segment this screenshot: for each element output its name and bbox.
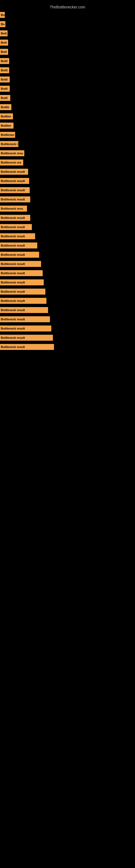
bar-label: Bottleneck res — [0, 159, 23, 165]
bar-row: Bottlenec — [0, 130, 135, 140]
bar-row: Bottleneck resu — [0, 149, 135, 158]
bar-label: Bottl — [0, 58, 9, 64]
bar-label: Bottleneck result — [0, 270, 43, 276]
bar-label: Bottleneck result — [0, 224, 32, 230]
bar-row: Bottleneck resu — [0, 204, 135, 213]
bar-row: Bottleneck result — [0, 241, 135, 250]
bar-label: Bott — [0, 40, 8, 45]
bar-row: Bottleneck result — [0, 231, 135, 241]
bar-label: Bottleneck result — [0, 169, 28, 175]
bar-row: Bottlen — [0, 112, 135, 121]
bar-row: Bottleneck result — [0, 287, 135, 296]
bar-label: Bottlen — [0, 113, 13, 119]
bar-row: Bottleneck result — [0, 195, 135, 204]
bar-label: Bottleneck result — [0, 215, 30, 221]
site-header: TheBottlenecker.com — [0, 3, 135, 10]
bar-row: Bo — [0, 10, 135, 20]
bar-label: Bottleneck result — [0, 316, 50, 322]
bar-label: Bottleneck result — [0, 298, 46, 304]
bar-row: Bottleneck result — [0, 176, 135, 186]
bar-label: Bottleneck result — [0, 335, 53, 341]
bar-row: Bottl — [0, 66, 135, 75]
bar-row: Bottleneck r — [0, 140, 135, 149]
bar-row: Bott — [0, 38, 135, 47]
bar-row: Bottleneck result — [0, 278, 135, 287]
bar-label: Bottleneck result — [0, 243, 37, 248]
site-title: TheBottlenecker.com — [50, 5, 85, 9]
bar-row: Bottleneck result — [0, 213, 135, 222]
bar-row: Bottl — [0, 93, 135, 102]
bar-row: Bottleneck result — [0, 315, 135, 324]
bar-row: Bottleneck result — [0, 342, 135, 351]
bar-label: Bottl — [0, 95, 10, 101]
bar-label: Bottleneck r — [0, 141, 18, 147]
bar-row: Bott — [0, 29, 135, 38]
bar-label: Bottl — [0, 86, 10, 92]
bar-label: Bottleneck result — [0, 178, 29, 184]
bar-row: Bottleneck result — [0, 324, 135, 333]
bar-label: Bottleneck resu — [0, 206, 27, 212]
bar-row: Bottleneck result — [0, 333, 135, 342]
bar-label: Bottleneck result — [0, 261, 41, 267]
bar-row: Bottleneck result — [0, 186, 135, 195]
bar-label: Bottleneck result — [0, 187, 30, 193]
bar-row: Bottleneck result — [0, 305, 135, 315]
bar-row: Bott — [0, 47, 135, 56]
bar-label: Bo — [0, 21, 5, 27]
bar-row: Bottl — [0, 56, 135, 66]
bar-row: Bottleneck result — [0, 296, 135, 305]
main-container: TheBottlenecker.com BoBoBottBottBottBott… — [0, 0, 135, 354]
bar-row: Bottleneck result — [0, 167, 135, 176]
bar-label: Bottleneck result — [0, 233, 35, 239]
bars-container: BoBoBottBottBottBottlBottlBottlBottlBott… — [0, 10, 135, 351]
bar-label: Bottleneck result — [0, 289, 45, 294]
bar-label: Bo — [0, 12, 5, 18]
bar-label: Bottleneck result — [0, 344, 54, 350]
bar-row: Bottleneck res — [0, 158, 135, 167]
bar-label: Bottleneck result — [0, 326, 51, 332]
bar-label: Bottlenec — [0, 132, 15, 138]
bar-row: Bottl — [0, 84, 135, 93]
bar-row: Bottleneck result — [0, 250, 135, 259]
bar-row: Bottleneck result — [0, 259, 135, 269]
bar-label: Bott — [0, 49, 8, 55]
bar-row: Bottleneck result — [0, 269, 135, 278]
bar-label: Bottleneck result — [0, 279, 44, 285]
bar-label: Bottlen — [0, 123, 13, 129]
bar-row: Bottleneck result — [0, 222, 135, 231]
bar-row: Bo — [0, 20, 135, 29]
bar-label: Bottl — [0, 67, 9, 73]
bar-row: Bottle — [0, 102, 135, 112]
bar-row: Bottlen — [0, 121, 135, 130]
bar-label: Bott — [0, 30, 8, 36]
bar-label: Bottleneck result — [0, 252, 39, 258]
bar-label: Bottleneck result — [0, 196, 30, 203]
bar-label: Bottl — [0, 76, 10, 83]
bar-row: Bottl — [0, 75, 135, 84]
bar-label: Bottle — [0, 104, 11, 110]
bar-label: Bottleneck resu — [0, 150, 24, 156]
bar-label: Bottleneck result — [0, 307, 48, 313]
